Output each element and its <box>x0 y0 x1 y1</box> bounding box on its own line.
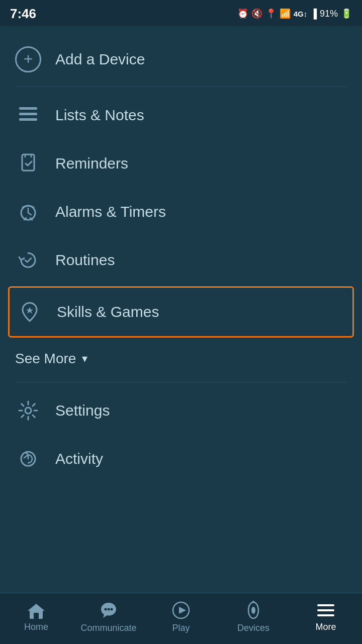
svg-rect-17 <box>34 613 39 619</box>
nav-item-communicate[interactable]: Communicate <box>72 593 145 644</box>
routines-icon <box>15 247 41 273</box>
nav-item-devices[interactable]: Devices <box>217 593 290 644</box>
status-bar: 7:46 ⏰ 🔇 📍 📶 4G↕ ▐ 91% 🔋 <box>0 0 362 26</box>
svg-rect-3 <box>22 154 34 171</box>
home-icon <box>27 602 46 619</box>
svg-rect-28 <box>317 609 334 611</box>
activity-icon <box>15 446 41 472</box>
nav-item-more[interactable]: More <box>290 593 362 644</box>
menu-item-routines[interactable]: Routines <box>0 236 362 284</box>
battery-icon: 🔋 <box>341 8 352 19</box>
see-more-item[interactable]: See More ▾ <box>0 340 362 378</box>
skills-games-icon <box>17 299 43 325</box>
lists-notes-label: Lists & Notes <box>55 107 144 124</box>
divider-1 <box>15 87 347 87</box>
menu-item-alarms[interactable]: Alarms & Timers <box>0 188 362 236</box>
plus-icon: + <box>24 51 33 67</box>
skills-games-label: Skills & Games <box>57 303 159 320</box>
status-time: 7:46 <box>10 6 36 22</box>
alarms-timers-icon <box>15 199 41 225</box>
menu-content: + Add a Device Lists & Notes Reminders <box>0 26 362 493</box>
chevron-down-icon: ▾ <box>82 352 87 365</box>
svg-marker-16 <box>28 604 45 611</box>
settings-icon <box>15 397 41 424</box>
svg-rect-29 <box>317 614 334 616</box>
wifi-status-icon: 📶 <box>280 8 291 19</box>
svg-marker-11 <box>26 307 33 313</box>
svg-point-24 <box>251 607 255 614</box>
nav-devices-label: Devices <box>237 623 269 633</box>
menu-item-skills-games[interactable]: Skills & Games <box>8 286 354 338</box>
divider-2 <box>15 382 347 382</box>
nav-more-label: More <box>315 622 336 632</box>
svg-rect-1 <box>19 113 37 115</box>
lists-notes-icon <box>15 102 41 128</box>
nav-item-play[interactable]: Play <box>145 593 217 644</box>
svg-point-19 <box>108 608 110 611</box>
menu-item-activity[interactable]: Activity <box>0 435 362 483</box>
svg-line-8 <box>28 213 31 215</box>
menu-item-reminders[interactable]: Reminders <box>0 139 362 188</box>
svg-point-26 <box>252 601 254 603</box>
reminders-label: Reminders <box>55 155 128 172</box>
menu-item-settings[interactable]: Settings <box>0 386 362 435</box>
location-status-icon: 📍 <box>265 8 277 19</box>
svg-rect-0 <box>19 107 37 110</box>
communicate-icon <box>99 601 118 620</box>
nav-play-label: Play <box>172 623 190 633</box>
devices-icon <box>244 601 263 620</box>
menu-item-lists-notes[interactable]: Lists & Notes <box>0 91 362 139</box>
alarm-status-icon: ⏰ <box>237 8 248 19</box>
alarms-timers-label: Alarms & Timers <box>55 203 166 220</box>
add-device-item[interactable]: + Add a Device <box>0 36 362 83</box>
routines-label: Routines <box>55 252 115 269</box>
mute-status-icon: 🔇 <box>251 8 262 19</box>
more-icon <box>316 602 335 619</box>
svg-point-12 <box>25 408 31 414</box>
see-more-label: See More <box>15 351 76 367</box>
nav-item-home[interactable]: Home <box>0 593 72 644</box>
battery-indicator: 91% <box>320 9 338 19</box>
reminders-icon <box>15 150 41 177</box>
svg-point-20 <box>111 608 113 611</box>
status-icons: ⏰ 🔇 📍 📶 4G↕ ▐ 91% 🔋 <box>237 8 352 19</box>
nav-home-label: Home <box>24 622 48 632</box>
nav-communicate-label: Communicate <box>80 623 136 633</box>
bottom-navigation: Home Communicate Play <box>0 593 362 644</box>
svg-point-18 <box>105 608 107 611</box>
add-device-label: Add a Device <box>55 51 145 68</box>
play-icon <box>171 601 191 620</box>
svg-marker-22 <box>179 607 186 614</box>
settings-label: Settings <box>55 402 110 419</box>
network-status-icon: 4G↕ <box>294 10 308 18</box>
svg-rect-2 <box>19 118 37 121</box>
activity-label: Activity <box>55 450 103 467</box>
add-device-icon: + <box>15 46 41 72</box>
svg-rect-27 <box>317 604 334 606</box>
signal-status-icon: ▐ <box>310 9 317 19</box>
